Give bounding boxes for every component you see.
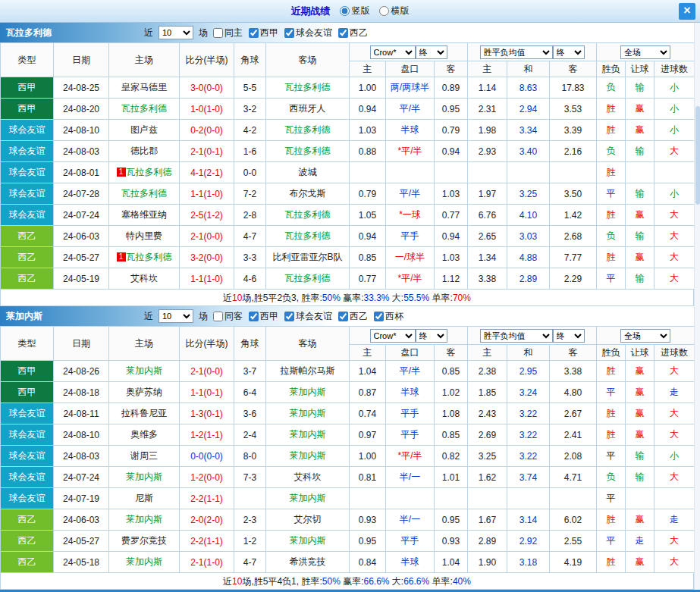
odds-handicap: 半球 bbox=[386, 120, 435, 141]
mean-draw bbox=[507, 488, 550, 509]
checkbox-label: 球会友谊 bbox=[296, 27, 332, 39]
mean-final-select[interactable]: 终 bbox=[553, 45, 585, 59]
games-label: 场 bbox=[199, 27, 208, 39]
match-table-body: 西甲24-08-26莱加内斯2-1(0-0)3-7拉斯帕尔马斯1.04平/半0.… bbox=[1, 361, 695, 573]
checkbox-input[interactable] bbox=[284, 312, 294, 321]
away-team-cell: 莱加内斯 bbox=[266, 531, 350, 552]
match-row: 球会友谊24-07-19尼斯2-2(1-1)莱加内斯平 bbox=[1, 488, 695, 509]
radio-horizontal-label: 横版 bbox=[391, 5, 410, 17]
filter-checkbox[interactable]: 球会友谊 bbox=[284, 310, 332, 323]
filter-checkbox[interactable]: 西甲 bbox=[249, 27, 278, 39]
filter-checkbox[interactable]: 西乙 bbox=[338, 310, 368, 323]
league-type-badge: 西甲 bbox=[1, 382, 54, 403]
match-row: 西乙24-06-03莱加内斯2-0(2-0)2-3艾尔切0.93半/一0.951… bbox=[1, 509, 695, 531]
handicap-result-cell: 赢 bbox=[626, 552, 654, 573]
col-let: 让球 bbox=[626, 61, 654, 77]
odds-away: 0.95 bbox=[435, 509, 468, 531]
handicap-result-cell: 输 bbox=[626, 226, 654, 247]
away-team-cell: 瓦拉多利德 bbox=[266, 77, 350, 99]
goals-result-cell: 大 bbox=[654, 205, 695, 226]
match-row: 西乙24-05-271瓦拉多利德3-2(0-0)3-3比利亚雷亚尔B队0.85一… bbox=[1, 247, 695, 268]
odds-away: 0.94 bbox=[435, 226, 468, 247]
period-select[interactable]: 全场 bbox=[620, 45, 670, 59]
match-row: 西甲24-08-20瓦拉多利德1-0(1-0)3-2西班牙人0.94平/半0.9… bbox=[1, 99, 695, 120]
period-select[interactable]: 全场 bbox=[620, 329, 670, 343]
red-card-badge: 1 bbox=[117, 168, 126, 177]
checkbox-input[interactable] bbox=[213, 312, 223, 321]
header-row-top: 类型 日期 主场 比分(半场) 角球 客场 Crow*终 胜平负均值终 全场 bbox=[1, 327, 695, 345]
summary-segment: 66.6% bbox=[403, 576, 429, 587]
goals-result-cell: 大 bbox=[654, 226, 695, 247]
team-label: 瓦拉多利德 bbox=[285, 209, 331, 220]
league-type-badge: 西乙 bbox=[1, 552, 54, 573]
corner-score: 4-7 bbox=[234, 552, 266, 573]
checkbox-input[interactable] bbox=[374, 312, 384, 321]
near-count-select[interactable]: 10 bbox=[159, 309, 193, 323]
checkbox-input[interactable] bbox=[338, 312, 348, 321]
team-label: 瓦拉多利德 bbox=[285, 146, 331, 156]
mean-home: 1.62 bbox=[468, 467, 507, 488]
handicap-result-cell: 赢 bbox=[626, 361, 654, 382]
match-score: 0-2(0-0) bbox=[180, 120, 234, 141]
match-date: 24-05-27 bbox=[54, 247, 109, 268]
team-label: 费罗尔竞技 bbox=[121, 535, 167, 546]
checkbox-input[interactable] bbox=[249, 28, 259, 38]
col-date: 日期 bbox=[54, 327, 109, 361]
match-score: 3-2(0-0) bbox=[180, 247, 234, 268]
team-label: 瓦拉多利德 bbox=[121, 103, 167, 114]
mean-draw: 3.22 bbox=[507, 403, 550, 424]
radio-horizontal-input[interactable] bbox=[379, 6, 389, 16]
mean-draw: 4.88 bbox=[507, 247, 550, 268]
filter-checkbox[interactable]: 同客 bbox=[213, 310, 243, 323]
match-score: 1-1(1-0) bbox=[180, 183, 234, 205]
summary-segment: 近 bbox=[223, 293, 232, 303]
layout-radio-vertical[interactable]: 竖版 bbox=[340, 5, 370, 17]
checkbox-input[interactable] bbox=[213, 28, 223, 38]
odds-away: 1.01 bbox=[435, 467, 468, 488]
scrollbar-thumb[interactable] bbox=[695, 106, 700, 205]
mean-draw: 3.34 bbox=[507, 120, 550, 141]
checkbox-input[interactable] bbox=[284, 28, 294, 38]
mean-home: 1.85 bbox=[468, 382, 507, 403]
goals-result-cell: 小 bbox=[654, 446, 695, 467]
filter-checkbox[interactable]: 球会友谊 bbox=[284, 27, 332, 39]
summary-segment: 55.5% bbox=[403, 293, 429, 303]
mean-away: 7.77 bbox=[550, 247, 597, 268]
bookmaker-select[interactable]: Crow* bbox=[370, 329, 416, 343]
corner-score: 1-6 bbox=[234, 141, 266, 162]
filter-checkbox[interactable]: 西杯 bbox=[374, 310, 403, 323]
radio-vertical-input[interactable] bbox=[340, 6, 350, 16]
filter-bar: 近 10 场 同客西甲球会友谊西乙西杯 bbox=[144, 309, 403, 323]
filter-checkbox[interactable]: 同主 bbox=[213, 27, 243, 39]
odds-away: 0.85 bbox=[435, 361, 468, 382]
scrollbar-track[interactable] bbox=[694, 23, 700, 590]
bookmaker-select[interactable]: Crow* bbox=[370, 45, 416, 59]
odds-handicap: *平/半 bbox=[386, 446, 435, 467]
checkbox-label: 西杯 bbox=[385, 310, 403, 323]
team-label: 莱加内斯 bbox=[126, 514, 162, 525]
checkbox-input[interactable] bbox=[249, 312, 259, 321]
home-team-cell: 费罗尔竞技 bbox=[109, 531, 180, 552]
result-cell: 负 bbox=[597, 226, 626, 247]
mean-type-select[interactable]: 胜平负均值 bbox=[480, 329, 553, 343]
result-cell: 负 bbox=[597, 467, 626, 488]
away-team-cell: 莱加内斯 bbox=[266, 403, 350, 424]
away-team-cell: 莱加内斯 bbox=[266, 446, 350, 467]
mean-type-select[interactable]: 胜平负均值 bbox=[480, 45, 553, 59]
filter-checkbox[interactable]: 西乙 bbox=[338, 27, 368, 39]
mean-draw: 2.89 bbox=[507, 268, 550, 290]
corner-score bbox=[234, 488, 266, 509]
odds-final-select[interactable]: 终 bbox=[416, 329, 447, 343]
filter-checkboxes: 同主西甲球会友谊西乙 bbox=[213, 27, 368, 39]
layout-radio-horizontal[interactable]: 横版 bbox=[379, 5, 410, 17]
filter-checkbox[interactable]: 西甲 bbox=[249, 310, 278, 323]
match-score: 3-0(0-0) bbox=[180, 77, 234, 99]
team-label: 西班牙人 bbox=[290, 103, 326, 114]
checkbox-input[interactable] bbox=[338, 28, 348, 38]
mean-final-select[interactable]: 终 bbox=[553, 329, 585, 343]
close-button[interactable]: × bbox=[679, 3, 695, 20]
home-team-cell: 皇家马德里 bbox=[109, 77, 180, 99]
summary-segment: 场,胜5平4负1, 胜率: bbox=[242, 576, 322, 587]
odds-final-select[interactable]: 终 bbox=[416, 45, 447, 59]
near-count-select[interactable]: 10 bbox=[159, 26, 193, 39]
